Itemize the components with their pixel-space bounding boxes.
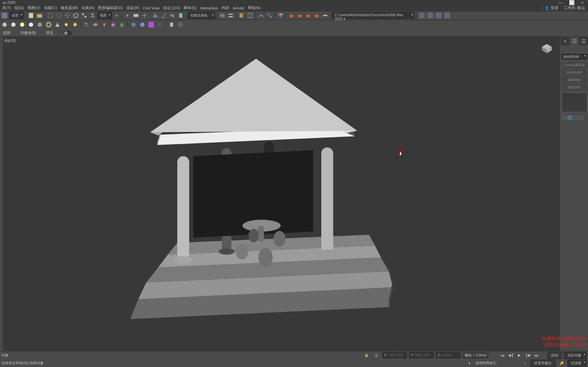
align-icon[interactable]: [227, 12, 235, 19]
sphere5-icon[interactable]: [36, 21, 44, 29]
ext-icon-3[interactable]: [435, 12, 442, 19]
lock-icon[interactable]: 🔒: [363, 352, 370, 359]
sun-icon[interactable]: [62, 21, 70, 29]
unique-icon[interactable]: [573, 115, 578, 120]
glow-icon[interactable]: [71, 21, 79, 29]
mirror-icon[interactable]: [218, 12, 226, 19]
pivot-icon[interactable]: [113, 12, 120, 19]
modstack-item-surf[interactable]: 曲面选择: [562, 84, 587, 90]
open-icon[interactable]: [36, 12, 43, 19]
set-key-add-icon[interactable]: ＋: [522, 360, 528, 366]
render-setup-icon[interactable]: 🫖: [287, 12, 295, 19]
menu-customize[interactable]: 自定义(U): [162, 5, 181, 11]
hierarchy-tab-icon[interactable]: ☰: [579, 37, 588, 45]
prefs-icon[interactable]: [1, 12, 8, 19]
filter-dropdown[interactable]: 全部: [9, 12, 24, 19]
layers-icon[interactable]: [238, 12, 246, 19]
goto-start-icon[interactable]: ⏮: [499, 352, 506, 359]
modstack-item-uvw[interactable]: UVW 贴图添加: [562, 62, 587, 68]
menu-create[interactable]: 创建(C): [43, 5, 58, 11]
planet-icon[interactable]: [138, 21, 146, 29]
rotate-icon[interactable]: [72, 12, 80, 19]
coord-x[interactable]: X: 2957.803: [382, 352, 407, 358]
viewcube[interactable]: [540, 43, 553, 54]
render-output-icon[interactable]: [321, 12, 329, 19]
fx-icon[interactable]: [147, 21, 155, 29]
maximize-button[interactable]: ⬜: [569, 0, 575, 5]
blob-icon[interactable]: [92, 21, 99, 29]
place-icon[interactable]: [89, 12, 97, 19]
menu-content[interactable]: 内容: [220, 5, 231, 11]
add-time-tag[interactable]: 添加时间标记: [475, 361, 496, 366]
play-icon[interactable]: ▶: [516, 352, 522, 359]
move-icon[interactable]: [63, 12, 71, 19]
star-icon[interactable]: [109, 21, 117, 29]
earth-icon[interactable]: [130, 21, 137, 29]
pin-stack-icon[interactable]: [562, 115, 567, 120]
ribbon-objpaint[interactable]: 对象绘制: [20, 30, 36, 36]
menu-help[interactable]: 帮助(H): [246, 5, 262, 11]
coord-y[interactable]: Y: 0986.289: [409, 352, 434, 358]
ext-icon-2[interactable]: [426, 12, 434, 19]
schematic-icon[interactable]: [266, 12, 273, 19]
scale-icon[interactable]: [80, 12, 88, 19]
menu-group[interactable]: 组(G): [13, 5, 25, 11]
sphere3-icon[interactable]: [18, 21, 26, 29]
snap2-button[interactable]: 2₂: [151, 12, 159, 19]
modify-tab-icon[interactable]: ☑: [570, 37, 579, 45]
menu-render[interactable]: 渲染(R): [125, 5, 141, 11]
menu-graph[interactable]: 图形编辑器(D): [97, 5, 124, 11]
cube-icon[interactable]: [156, 21, 164, 29]
menu-view[interactable]: 视图(V): [26, 5, 42, 11]
isolate-icon[interactable]: ◎: [372, 352, 380, 359]
refcoord-dropdown[interactable]: 视图: [97, 12, 112, 19]
spinner-snap-icon[interactable]: [177, 12, 185, 19]
ribbon-fill[interactable]: 填充: [46, 30, 54, 36]
prev-frame-icon[interactable]: ◀❙: [508, 352, 514, 359]
sphere1-icon[interactable]: [1, 21, 8, 29]
menu-anim[interactable]: 动画(A): [80, 5, 96, 11]
show-end-icon[interactable]: [567, 115, 572, 120]
modifier-list-dropdown[interactable]: 修改器列表: [562, 54, 587, 59]
render-last-icon[interactable]: 🫖: [313, 12, 321, 19]
named-sel-set[interactable]: 创建选择集: [188, 12, 215, 19]
render-icon[interactable]: 🫖: [304, 12, 312, 19]
ribbon-select[interactable]: 选择: [3, 30, 11, 36]
curve-editor-icon[interactable]: [257, 12, 265, 19]
scene-explorer-icon[interactable]: [246, 12, 254, 19]
minimize-button[interactable]: —: [558, 0, 563, 5]
modstack-item-editmesh[interactable]: 编辑网格: [562, 77, 587, 83]
time-tag-icon[interactable]: ✦: [465, 359, 473, 367]
menu-modifier[interactable]: 修改器(M): [59, 5, 80, 11]
angle-snap-icon[interactable]: [160, 12, 168, 19]
help-icon[interactable]: ?: [177, 21, 184, 29]
clipboard-icon[interactable]: [168, 21, 175, 29]
cone-icon[interactable]: [54, 21, 61, 29]
coord-z[interactable]: Z: 0.0mm: [436, 352, 460, 358]
snap-icon[interactable]: [141, 12, 148, 19]
sphere2-icon[interactable]: [10, 21, 17, 29]
modstack-item-spline[interactable]: 样条线选择: [562, 70, 587, 76]
material-editor-icon[interactable]: [277, 12, 284, 19]
menu-interactive[interactable]: Interactive: [199, 6, 219, 11]
ribbon-toggle[interactable]: [63, 31, 72, 36]
project-path[interactable]: C:\Users\Administrator\Documents\3ds Max…: [332, 12, 415, 19]
splash-icon[interactable]: [100, 21, 108, 29]
select-lasso-icon[interactable]: [55, 12, 63, 19]
new-icon[interactable]: [27, 12, 35, 19]
menu-script[interactable]: 脚本(S): [182, 5, 198, 11]
percent-snap-button[interactable]: %: [168, 12, 176, 19]
manip-icon[interactable]: ▾: [124, 12, 131, 19]
viewport[interactable]: 细处理]: [3, 37, 561, 351]
modifier-stack-box[interactable]: [562, 93, 587, 112]
select-rect-icon[interactable]: [47, 12, 54, 19]
menu-tools[interactable]: 具(T): [1, 5, 12, 11]
torus-icon[interactable]: [45, 21, 52, 29]
particles-icon[interactable]: [83, 21, 91, 29]
close-button[interactable]: ×: [581, 0, 584, 5]
menu-arnold[interactable]: Arnold: [231, 6, 246, 11]
keyboard-icon[interactable]: [132, 12, 140, 19]
menu-civil[interactable]: Civil View: [142, 6, 161, 11]
goto-end-icon[interactable]: ⏭: [533, 352, 539, 359]
create-tab-icon[interactable]: ＋: [561, 37, 570, 45]
